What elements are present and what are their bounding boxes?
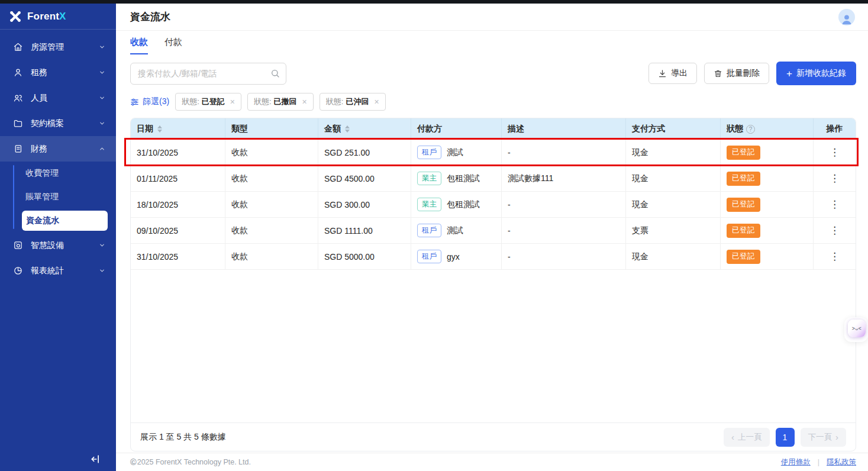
search-box [130, 63, 286, 85]
footer-divider: | [818, 458, 819, 466]
privacy-link[interactable]: 隱私政策 [827, 457, 856, 467]
help-icon[interactable]: ? [746, 125, 755, 134]
table-row[interactable]: 31/10/2025 收款 SGD 5000.00 租戶 gyx - 現金 已登… [131, 244, 856, 270]
column-header-date[interactable]: 日期 [131, 118, 225, 140]
cell-status: 已登記 [721, 166, 814, 191]
copyright: © 2025 ForentX Technology Pte. Ltd. [130, 457, 251, 467]
main-content: 資金流水 收款 付款 導出 批量刪除 + 新增收款紀錄 [116, 4, 868, 471]
avatar[interactable] [838, 9, 855, 25]
cell-amount: SGD 300.00 [318, 192, 411, 217]
finance-submenu: 收費管理 賬單管理 資金流水 [0, 162, 116, 231]
cell-method: 現金 [626, 192, 721, 217]
assistant-widget-button[interactable]: >ᴗ< [848, 320, 866, 337]
table-row[interactable]: 31/10/2025 收款 SGD 251.00 租戶 測試 - 現金 已登記 … [131, 140, 856, 166]
chevron-down-icon [99, 95, 105, 101]
home-icon [13, 42, 23, 52]
export-button[interactable]: 導出 [648, 63, 697, 84]
sidebar-collapse-button[interactable] [90, 453, 102, 465]
sidebar-subitem-label: 資金流水 [26, 215, 59, 226]
sidebar-item-contracts[interactable]: 契約檔案 [0, 111, 116, 136]
search-icon [270, 69, 280, 78]
close-icon[interactable]: × [230, 98, 235, 106]
tab-payments[interactable]: 付款 [164, 37, 182, 54]
sidebar-subitem-label: 賬單管理 [25, 192, 59, 202]
chevron-down-icon [99, 267, 105, 274]
search-input[interactable] [130, 63, 286, 85]
cell-date: 09/10/2025 [131, 218, 225, 243]
person-icon [13, 67, 23, 78]
sidebar-item-label: 報表統計 [31, 266, 99, 276]
sidebar-item-personnel[interactable]: 人員 [0, 85, 116, 111]
sidebar-subitem-bill-management[interactable]: 賬單管理 [0, 185, 116, 209]
cell-type: 收款 [225, 140, 318, 165]
more-actions-icon[interactable]: ⋮ [826, 223, 843, 238]
more-actions-icon[interactable]: ⋮ [826, 197, 843, 212]
toolbar-actions: 導出 批量刪除 + 新增收款紀錄 [648, 62, 856, 85]
cell-status: 已登記 [721, 192, 814, 217]
sort-icon[interactable] [345, 125, 350, 133]
toolbar: 導出 批量刪除 + 新增收款紀錄 [116, 62, 868, 85]
cell-type: 收款 [225, 192, 318, 217]
table-row[interactable]: 18/10/2025 收款 SGD 300.00 業主 包租測試 - 現金 已登… [131, 192, 856, 218]
cell-description: - [502, 218, 626, 243]
table-empty-space [131, 270, 856, 422]
cell-payer: 租戶 測試 [411, 218, 502, 243]
collapse-arrow-icon [90, 453, 102, 465]
batch-delete-button[interactable]: 批量刪除 [704, 63, 769, 84]
cell-status: 已登記 [721, 140, 814, 165]
cell-type: 收款 [225, 166, 318, 191]
footer-links: 使用條款 | 隱私政策 [781, 457, 856, 467]
filter-button[interactable]: 篩選(3) [130, 96, 169, 107]
payer-tag: 租戶 [417, 224, 441, 238]
sidebar-item-finance[interactable]: 財務 [0, 136, 116, 162]
cell-method: 支票 [626, 218, 721, 243]
page-number-button[interactable]: 1 [776, 428, 795, 447]
table-row[interactable]: 01/11/2025 收款 SGD 4500.00 業主 包租測試 測試數據11… [131, 166, 856, 192]
close-icon[interactable]: × [302, 98, 307, 106]
sidebar-item-label: 財務 [31, 144, 99, 154]
more-actions-icon[interactable]: ⋮ [826, 145, 843, 160]
more-actions-icon[interactable]: ⋮ [826, 171, 843, 186]
cell-amount: SGD 5000.00 [318, 244, 411, 269]
cell-amount: SGD 1111.00 [318, 218, 411, 243]
sidebar-subitem-fee-management[interactable]: 收費管理 [0, 162, 116, 185]
table-row[interactable]: 09/10/2025 收款 SGD 1111.00 租戶 測試 - 支票 已登記… [131, 218, 856, 244]
next-page-button[interactable]: 下一頁 › [801, 428, 847, 447]
logo[interactable]: ForentX [0, 4, 116, 30]
sidebar-item-tenancy[interactable]: 租務 [0, 60, 116, 85]
column-header-payment-method: 支付方式 [626, 118, 721, 140]
cell-payer: 業主 包租測試 [411, 192, 502, 217]
payer-tag: 業主 [417, 198, 441, 212]
prev-page-button[interactable]: ‹ 上一頁 [724, 428, 770, 447]
sidebar: ForentX 房源管理 租務 人員 契約 [0, 4, 116, 471]
sidebar-item-properties[interactable]: 房源管理 [0, 34, 116, 60]
add-receipt-button[interactable]: + 新增收款紀錄 [776, 62, 856, 85]
sidebar-subitem-fund-flow[interactable]: 資金流水 [22, 211, 108, 231]
chevron-down-icon [99, 242, 105, 249]
sidebar-item-reports[interactable]: 報表統計 [0, 258, 116, 283]
more-actions-icon[interactable]: ⋮ [826, 249, 843, 264]
pagination-bar: 展示 1 至 5 共 5 條數據 ‹ 上一頁 1 下一頁 › [131, 422, 856, 451]
cell-type: 收款 [225, 244, 318, 269]
sidebar-item-label: 租務 [31, 67, 99, 78]
column-header-amount[interactable]: 金額 [318, 118, 411, 140]
tab-receipts[interactable]: 收款 [130, 37, 148, 54]
terms-link[interactable]: 使用條款 [781, 457, 811, 467]
table-card: 日期 類型 金額 付款方 描述 支付方式 狀態 ? 操作 31/10/2025 … [130, 118, 856, 451]
filter-sliders-icon [130, 98, 139, 107]
sort-icon[interactable] [157, 125, 162, 133]
column-header-status: 狀態 ? [721, 118, 814, 140]
sidebar-subitem-label: 收費管理 [25, 168, 59, 179]
sidebar-item-label: 智慧設備 [31, 240, 99, 251]
table-header-row: 日期 類型 金額 付款方 描述 支付方式 狀態 ? 操作 [131, 118, 856, 140]
close-icon[interactable]: × [374, 98, 379, 106]
chevron-right-icon: › [835, 433, 838, 441]
sidebar-item-label: 房源管理 [31, 42, 99, 53]
chevron-down-icon [99, 120, 105, 127]
payer-tag: 租戶 [417, 146, 441, 160]
cell-actions: ⋮ [814, 218, 856, 243]
people-icon [13, 93, 23, 103]
sidebar-item-smart-devices[interactable]: 智慧設備 [0, 233, 116, 258]
cell-description: - [502, 140, 626, 165]
status-badge: 已登記 [727, 224, 760, 238]
